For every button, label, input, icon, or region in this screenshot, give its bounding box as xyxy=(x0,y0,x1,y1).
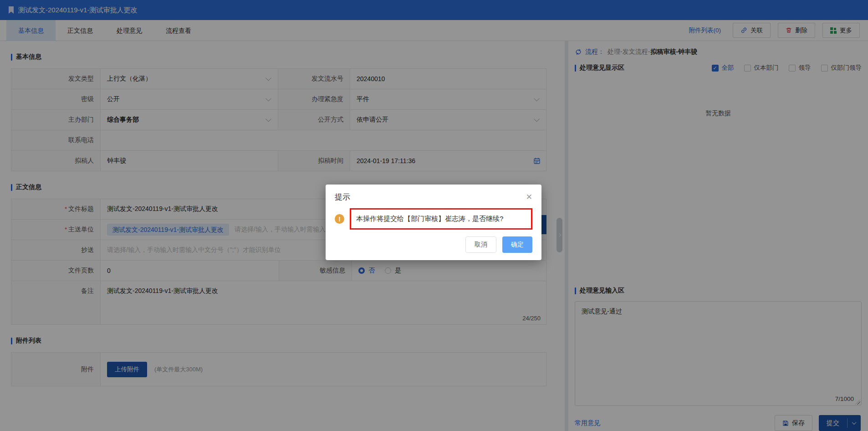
dialog-title: 提示 xyxy=(335,192,350,202)
dialog-header: 提示 ✕ xyxy=(335,192,532,202)
warning-icon: ! xyxy=(335,214,344,224)
dialog-footer: 取消 确定 xyxy=(335,236,532,253)
dialog-message-row: ! 本操作将提交给【部门审核】崔志涛，是否继续? xyxy=(335,208,532,230)
annotation-highlight-box: 本操作将提交给【部门审核】崔志涛，是否继续? xyxy=(350,208,532,230)
cancel-button[interactable]: 取消 xyxy=(465,236,496,253)
confirm-button[interactable]: 确定 xyxy=(502,236,532,253)
confirm-dialog: 提示 ✕ ! 本操作将提交给【部门审核】崔志涛，是否继续? 取消 确定 xyxy=(326,185,541,260)
dialog-message: 本操作将提交给【部门审核】崔志涛，是否继续? xyxy=(356,215,503,222)
close-icon[interactable]: ✕ xyxy=(526,193,532,201)
app-window: 测试发文-20240119-v1-测试审批人更改 基本信息 正文信息 处理意见 … xyxy=(0,0,868,431)
